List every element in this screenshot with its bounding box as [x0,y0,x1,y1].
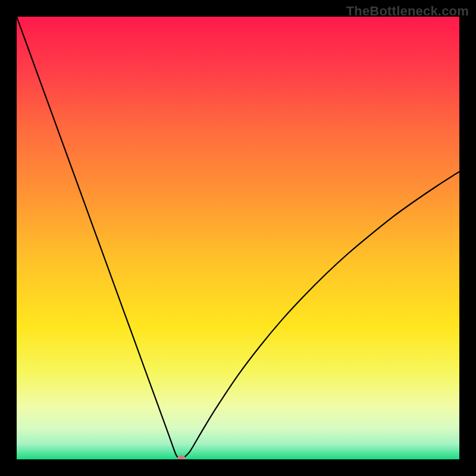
plot-area [17,17,459,459]
chart-frame: TheBottleneck.com [0,0,476,476]
chart-svg [17,17,459,459]
gradient-background [17,17,459,459]
